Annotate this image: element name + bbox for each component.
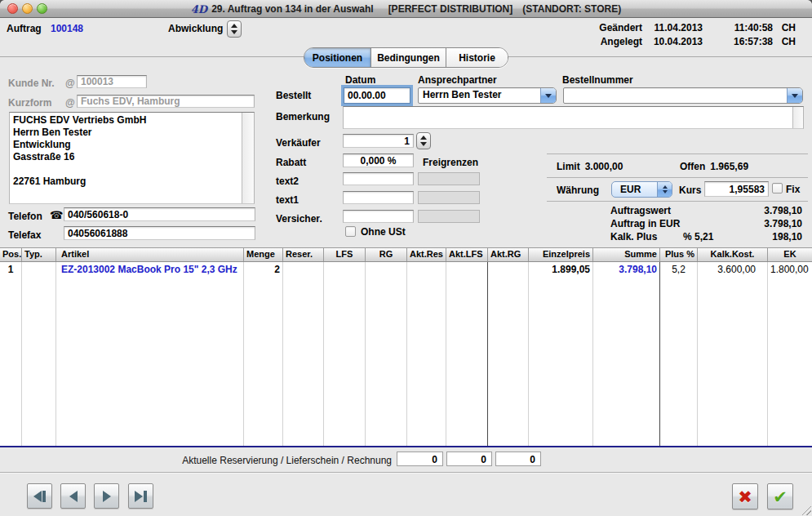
tab-positionen[interactable]: Positionen xyxy=(304,48,371,67)
verkaeufer-field[interactable] xyxy=(343,134,414,148)
fix-checkbox[interactable] xyxy=(772,183,783,194)
stepper-down-icon[interactable] xyxy=(420,142,427,146)
tab-historie[interactable]: Historie xyxy=(446,48,508,67)
chevron-down-icon xyxy=(663,190,668,194)
totals-divider xyxy=(547,153,808,154)
text1-field[interactable] xyxy=(343,191,414,204)
address-line: FUCHS EDV Vertriebs GmbH xyxy=(13,114,241,127)
column-header-einzelpreis: Einzelpreis xyxy=(529,248,593,261)
ansprechpartner-value: Herrn Ben Tester xyxy=(419,88,540,103)
first-record-bar-icon xyxy=(42,491,46,502)
previous-record-button[interactable] xyxy=(60,483,86,509)
cancel-button[interactable]: ✖ xyxy=(732,483,758,509)
chevron-up-icon xyxy=(663,185,668,189)
cell-artikel: EZ-2013002 MacBook Pro 15" 2,3 GHz xyxy=(56,262,244,446)
datum-column-label: Datum xyxy=(345,74,375,86)
rabatt-field[interactable] xyxy=(343,153,414,167)
limit-label: Limit xyxy=(557,161,580,172)
text1-label: text1 xyxy=(276,194,299,206)
bemerkung-scrollbar[interactable] xyxy=(792,107,803,128)
reservierung-count-field[interactable] xyxy=(397,452,443,466)
totals-divider xyxy=(547,177,808,178)
address-textarea[interactable]: FUCHS EDV Vertriebs GmbH Herrn Ben Teste… xyxy=(9,112,255,204)
geaendert-user: CH xyxy=(773,22,796,33)
verkaeufer-stepper[interactable] xyxy=(416,132,431,149)
ansprechpartner-combobox[interactable]: Herrn Ben Tester xyxy=(418,87,557,104)
popup-stepper-cap[interactable] xyxy=(657,182,672,197)
auftragswert-label: Auftragswert xyxy=(610,205,671,216)
column-header-ek: EK xyxy=(768,248,812,261)
telefon-field[interactable] xyxy=(64,207,255,221)
bemerkung-textarea[interactable] xyxy=(343,106,804,129)
last-record-bar-icon xyxy=(144,491,147,502)
cell-akt-lfs xyxy=(446,262,488,446)
geaendert-date: 11.04.2013 xyxy=(642,22,703,33)
telefon-label: Telefon xyxy=(8,211,42,222)
ok-button[interactable]: ✔ xyxy=(767,483,793,509)
first-record-button[interactable] xyxy=(27,483,52,509)
bestellt-label: Bestellt xyxy=(276,90,311,101)
ok-check-icon: ✔ xyxy=(773,488,788,505)
address-scrollbar[interactable] xyxy=(242,113,254,203)
bestellnummer-combobox[interactable] xyxy=(563,87,803,104)
combo-dropdown-cap[interactable] xyxy=(787,88,802,103)
cell-akt-rg xyxy=(488,262,529,446)
standort-label: (STANDORT: STORE) xyxy=(522,3,621,15)
fix-label: Fix xyxy=(786,184,800,195)
waehrung-popup[interactable]: EUR xyxy=(611,181,672,198)
last-record-icon xyxy=(135,491,143,502)
column-header-kalk-kost: Kalk.Kost. xyxy=(698,248,768,261)
stepper-up-icon[interactable] xyxy=(231,24,237,28)
stepper-down-icon[interactable] xyxy=(231,30,237,34)
resize-grip[interactable] xyxy=(801,505,811,515)
table-row[interactable]: 1 EZ-2013002 MacBook Pro 15" 2,3 GHz 2 1… xyxy=(0,262,812,446)
abwicklung-stepper[interactable] xyxy=(227,20,242,38)
waehrung-value: EUR xyxy=(612,182,657,197)
column-header-akt-rg: Akt.RG xyxy=(488,248,529,261)
freigrenzen-label: Freigrenzen xyxy=(423,157,478,168)
cell-rg xyxy=(366,262,407,446)
kunde-nr-field[interactable] xyxy=(77,75,147,88)
ohne-ust-checkbox[interactable] xyxy=(345,226,356,237)
text2-label: text2 xyxy=(276,176,299,187)
telefax-field[interactable] xyxy=(64,226,255,240)
ansprechpartner-column-label: Ansprechpartner xyxy=(418,74,497,86)
lieferschein-count-field[interactable] xyxy=(446,452,492,466)
column-header-lfs: LFS xyxy=(324,248,366,261)
combo-dropdown-cap[interactable] xyxy=(540,88,556,103)
titlebar[interactable]: 4D 29. Auftrag von 134 in der Auswahl [P… xyxy=(0,0,812,18)
cell-menge: 2 xyxy=(244,262,283,446)
angelegt-time: 16:57:38 xyxy=(703,36,773,47)
tab-bedingungen[interactable]: Bedingungen xyxy=(371,48,446,67)
column-header-akt-lfs: Akt.LFS xyxy=(446,248,488,261)
kurzform-at-icon: @ xyxy=(65,97,75,109)
next-record-button[interactable] xyxy=(94,483,119,509)
text2-field[interactable] xyxy=(343,172,414,185)
next-record-icon xyxy=(103,491,111,502)
chevron-down-icon xyxy=(792,94,798,98)
auftrag-number[interactable]: 100148 xyxy=(51,23,83,34)
cell-akt-res xyxy=(407,262,446,446)
address-line: Entwicklung xyxy=(13,139,241,151)
column-header-rg: RG xyxy=(366,248,407,261)
kurzform-field[interactable] xyxy=(77,95,255,108)
auftrag-label: Auftrag xyxy=(7,23,42,34)
versicher-field[interactable] xyxy=(343,210,414,223)
bestellt-datum-field[interactable] xyxy=(344,87,410,104)
tab-bar: Positionen Bedingungen Historie xyxy=(304,47,508,68)
waehrung-label: Währung xyxy=(557,185,599,196)
kalk-plus-label: Kalk. Plus xyxy=(610,231,657,242)
rechnung-count-field[interactable] xyxy=(495,452,541,466)
column-header-typ: Typ. xyxy=(22,248,56,261)
window-title-text: 29. Auftrag von 134 in der Auswahl xyxy=(211,3,374,15)
stepper-up-icon[interactable] xyxy=(420,136,427,140)
text2-freigrenze-field xyxy=(418,172,480,185)
angelegt-label: Angelegt xyxy=(595,36,642,47)
column-header-artikel: Artikel xyxy=(56,248,244,261)
first-record-icon xyxy=(33,491,42,502)
kalk-plus-value: 198,10 xyxy=(772,231,802,242)
window-title: 4D 29. Auftrag von 134 in der Auswahl [P… xyxy=(0,0,812,18)
last-record-button[interactable] xyxy=(128,483,153,509)
bestellnummer-column-label: Bestellnummer xyxy=(562,74,633,86)
kurs-field[interactable] xyxy=(704,181,769,197)
